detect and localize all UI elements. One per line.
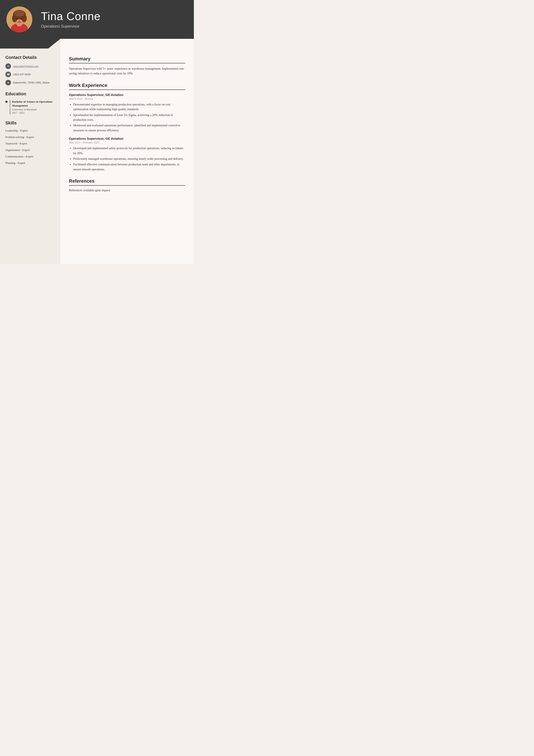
references-text: References available upon request <box>69 189 185 192</box>
skill-item: Problem-solving - Expert <box>5 135 55 139</box>
svg-point-11 <box>19 20 20 21</box>
sidebar: Contact Details ✉ tinaconne@gmail.com ☎ … <box>0 48 60 264</box>
location-icon: ● <box>5 80 11 85</box>
job-bullet-item: Facilitated effective communication betw… <box>73 162 185 172</box>
svg-point-9 <box>16 18 18 20</box>
work-experience-section: Work Experience Operations Supervisor, G… <box>69 83 185 172</box>
job-bullet-item: Spearheaded the implementation of Lean S… <box>73 113 185 122</box>
edu-bullet <box>5 101 8 103</box>
chevron-shape <box>0 39 60 48</box>
job-entry: Operations Supervisor, GE AviationMarch … <box>69 93 185 133</box>
job-bullets: Demonstrated expertise in managing produ… <box>69 102 185 133</box>
edu-school: University of Maryland <box>10 108 55 111</box>
skills-list: Leadership - ExpertProblem-solving - Exp… <box>5 129 55 165</box>
job-bullet-item: Monitored and evaluated operations perfo… <box>73 123 185 133</box>
job-dates: May 2021 - February 2023 <box>69 141 185 144</box>
candidate-title: Operations Supervisor <box>41 24 185 29</box>
skill-item: Teamwork - Expert <box>5 142 55 145</box>
summary-section: Summary Operations Supervisor with 5+ ye… <box>69 56 185 76</box>
job-bullets: Developed and implemented safety protoco… <box>69 146 185 172</box>
summary-title: Summary <box>69 56 185 64</box>
contact-section-title: Contact Details <box>5 55 55 60</box>
svg-point-10 <box>21 18 22 20</box>
edu-content: Bachelor of Science in Operations Manage… <box>10 100 55 115</box>
main-content: Summary Operations Supervisor with 5+ ye… <box>60 48 194 264</box>
email-icon: ✉ <box>5 64 11 69</box>
header-text: Tina Conne Operations Supervisor <box>41 10 185 29</box>
edu-years: 2017 - 2021 <box>10 111 55 115</box>
phone-icon: ☎ <box>5 71 11 77</box>
avatar <box>7 7 32 32</box>
job-dates: March 2023 - Present <box>69 97 185 100</box>
education-item: Bachelor of Science in Operations Manage… <box>5 100 55 115</box>
references-section: References References available upon req… <box>69 178 185 192</box>
job-bullet-item: Proficiently managed warehouse operation… <box>73 156 185 161</box>
job-bullet-item: Demonstrated expertise in managing produ… <box>73 102 185 112</box>
job-title: Operations Supervisor, GE Aviation <box>69 137 185 140</box>
references-title: References <box>69 178 185 186</box>
address-text: Ramonville, 70582-1092, Maine <box>13 81 50 84</box>
resume-header: Tina Conne Operations Supervisor <box>0 0 194 39</box>
education-section-title: Education <box>5 92 55 96</box>
contact-section: Contact Details ✉ tinaconne@gmail.com ☎ … <box>5 55 55 85</box>
work-title: Work Experience <box>69 83 185 90</box>
contact-email: ✉ tinaconne@gmail.com <box>5 64 55 69</box>
skill-item: Organization - Expert <box>5 148 55 152</box>
phone-text: (262) 037 9028 <box>13 73 30 76</box>
contact-address: ● Ramonville, 70582-1092, Maine <box>5 80 55 85</box>
avatar-container <box>7 7 32 32</box>
job-entry: Operations Supervisor, GE AviationMay 20… <box>69 137 185 172</box>
skill-item: Leadership - Expert <box>5 129 55 132</box>
email-link[interactable]: tinaconne@gmail.com <box>13 65 38 68</box>
skills-section: Skills Leadership - ExpertProblem-solvin… <box>5 121 55 165</box>
edu-degree: Bachelor of Science in Operations Manage… <box>10 100 55 108</box>
job-bullet-item: Developed and implemented safety protoco… <box>73 146 185 156</box>
summary-text: Operations Supervisor with 5+ years' exp… <box>69 67 185 76</box>
svg-point-8 <box>14 10 25 16</box>
skill-item: Planning - Expert <box>5 161 55 165</box>
job-title: Operations Supervisor, GE Aviation <box>69 93 185 96</box>
jobs-list: Operations Supervisor, GE AviationMarch … <box>69 93 185 172</box>
main-layout: Contact Details ✉ tinaconne@gmail.com ☎ … <box>0 48 194 264</box>
skill-item: Communication - Expert <box>5 155 55 158</box>
contact-phone: ☎ (262) 037 9028 <box>5 71 55 77</box>
skills-section-title: Skills <box>5 121 55 125</box>
education-section: Education Bachelor of Science in Operati… <box>5 92 55 115</box>
candidate-name: Tina Conne <box>41 10 185 22</box>
chevron-divider <box>0 39 194 48</box>
svg-point-12 <box>18 21 21 23</box>
